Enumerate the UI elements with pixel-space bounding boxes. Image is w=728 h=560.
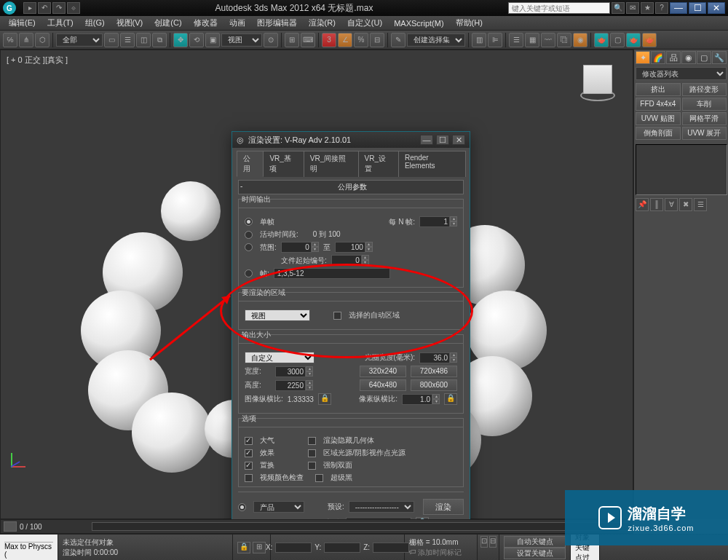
render-button[interactable]: 渲染 [423,499,464,515]
menu-customize[interactable]: 自定义(U) [341,17,388,28]
link-tool-icon[interactable]: ℅ [3,33,17,47]
modifier-button[interactable]: 倒角剖面 [636,127,681,140]
displacement-checkbox[interactable] [245,462,253,470]
graphite-icon[interactable]: ▦ [525,33,539,47]
material-editor-icon[interactable]: ◉ [573,33,587,47]
every-n-spinner[interactable]: ▴▾ [419,216,457,227]
rollout-header[interactable]: -公用参数 [238,180,464,194]
preset-640x480-button[interactable]: 640x480 [360,379,406,391]
create-tab-icon[interactable]: ✦ [636,51,650,64]
lock-selection-icon[interactable]: 🔒 [237,542,250,553]
remove-mod-icon[interactable]: ✖ [679,198,692,211]
unlink-tool-icon[interactable]: ⋔ [19,33,33,47]
tab-vr-settings[interactable]: VR_设置 [358,151,399,177]
menu-views[interactable]: 视图(V) [111,17,149,28]
menu-edit[interactable]: 编辑(E) [3,17,41,28]
preset-320x240-button[interactable]: 320x240 [360,366,406,377]
file-start-spinner[interactable]: ▴▾ [331,255,369,266]
hierarchy-tab-icon[interactable]: 品 [666,51,681,64]
atmosphere-checkbox[interactable] [245,437,253,445]
lock-pixel-icon[interactable]: 🔒 [444,393,457,405]
render-setup-icon[interactable]: 🫖 [594,33,609,47]
menu-rendering[interactable]: 渲染(R) [303,17,341,28]
dialog-close-button[interactable]: ✕ [452,135,465,145]
dialog-titlebar[interactable]: ◎ 渲染设置: V-Ray Adv 2.10.01 — ☐ ✕ [232,132,470,148]
two-sided-checkbox[interactable] [308,462,316,470]
menu-animation[interactable]: 动画 [223,17,251,28]
effects-checkbox[interactable] [245,449,253,457]
menu-tools[interactable]: 工具(T) [41,17,79,28]
modifier-button[interactable]: 路径变形 [682,83,727,96]
utilities-tab-icon[interactable]: 🔧 [712,51,727,64]
single-frame-radio[interactable] [245,218,253,226]
lock-aspect-icon[interactable]: 🔒 [318,393,331,405]
schematic-icon[interactable]: ⿻ [557,33,571,47]
menu-maxscript[interactable]: MAXScript(M) [388,19,449,28]
tab-render-elements[interactable]: Render Elements [398,151,466,177]
isolate-icon[interactable]: ⊡ [480,536,488,548]
curve-editor-icon[interactable]: 〰 [541,33,555,47]
communication-icon[interactable]: ✉ [626,2,639,14]
maximize-button[interactable]: ☐ [689,2,706,14]
tag-icon[interactable]: 🏷 [409,548,416,558]
range-from-spinner[interactable]: ▴▾ [281,242,319,253]
x-input[interactable] [275,543,312,553]
mirror-icon[interactable]: ▥ [472,33,486,47]
preset-720x486-button[interactable]: 720x486 [411,366,457,377]
window-crossing-icon[interactable]: ⧉ [152,33,167,47]
timeline[interactable]: 0 / 100 [0,519,633,534]
modifier-button[interactable]: 网格平滑 [682,112,727,125]
tab-vr-indirect[interactable]: VR_间接照明 [304,151,359,177]
auto-key-button[interactable]: 自动关键点 [504,536,566,548]
modifier-button[interactable]: 车削 [682,98,727,111]
aperture-spinner[interactable]: ▴▾ [419,352,457,363]
timeline-config-icon[interactable] [4,521,17,532]
auto-region-checkbox[interactable] [333,312,341,320]
pivot-icon[interactable]: ⊙ [264,33,278,47]
selection-filter[interactable]: 全部 [56,33,103,47]
preset-select[interactable]: ------------------- [349,501,414,513]
display-tab-icon[interactable]: ▢ [697,51,711,64]
modifier-button[interactable]: UVW 展开 [682,127,727,140]
dialog-minimize-button[interactable]: — [420,135,433,145]
pin-stack-icon[interactable]: 📌 [636,198,649,211]
minimize-button[interactable]: — [670,2,687,14]
select-name-icon[interactable]: ☰ [120,33,135,47]
modify-tab-icon[interactable]: 🌈 [651,51,665,64]
sphere[interactable] [161,181,221,241]
frames-radio[interactable] [245,269,253,277]
percent-snap-icon[interactable]: % [354,33,368,47]
super-black-checkbox[interactable] [315,474,323,482]
production-select[interactable]: 产品 [253,501,304,513]
y-input[interactable] [324,543,360,553]
preset-800x600-button[interactable]: 800x600 [411,379,457,391]
production-radio[interactable] [238,503,246,511]
frames-input[interactable] [274,268,390,279]
area-type-select[interactable]: 视图 [245,309,310,321]
select-manipulate-icon[interactable]: ⊞ [285,33,299,47]
pixel-aspect-spinner[interactable]: ▴▾ [402,394,440,405]
modifier-button[interactable]: UVW 贴图 [636,112,681,125]
hidden-geom-checkbox[interactable] [308,437,316,445]
redo-icon[interactable]: ↷ [52,2,66,14]
viewcube[interactable] [577,65,618,106]
angle-snap-icon[interactable]: ∠ [338,33,352,47]
bind-tool-icon[interactable]: ⬡ [35,33,50,47]
range-to-spinner[interactable]: ▴▾ [335,242,373,253]
align-icon[interactable]: ⊫ [488,33,502,47]
open-icon[interactable]: ▸ [23,2,36,14]
z-input[interactable] [373,543,409,553]
selection-lock-icon[interactable]: ⊟ [489,536,496,548]
size-preset-select[interactable]: 自定义 [245,352,314,363]
viewport-label[interactable]: [ + 0 正交 ][真实 ] [7,55,68,66]
menu-help[interactable]: 帮助(H) [450,17,488,28]
range-radio[interactable] [245,243,253,251]
render-production-icon[interactable]: 🫖 [626,33,641,47]
search-icon[interactable]: 🔍 [612,2,625,14]
select-region-icon[interactable]: ◫ [136,33,151,47]
configure-icon[interactable]: ☰ [694,198,707,211]
set-key-button[interactable]: 设置关键点 [504,548,566,559]
rendered-frame-icon[interactable]: ▢ [610,33,625,47]
sphere[interactable] [132,393,212,473]
render-iterative-icon[interactable]: 🫖 [642,33,657,47]
